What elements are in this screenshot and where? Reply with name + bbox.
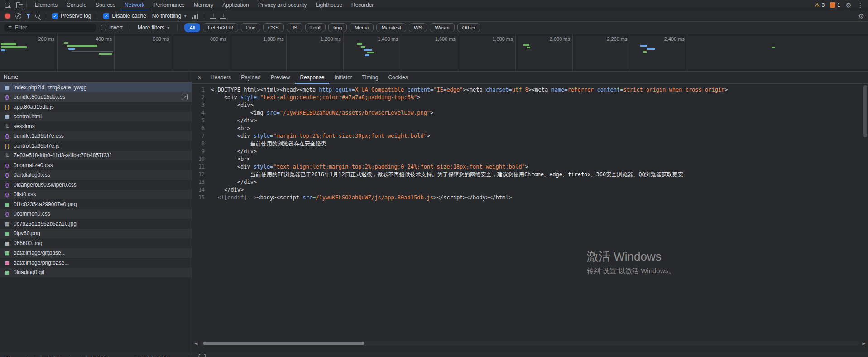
tab-privacy-and-security[interactable]: Privacy and security: [254, 0, 311, 10]
code-text: <div style="text-align:left;margin-top:2…: [211, 163, 528, 171]
more-options-icon[interactable]: ⋮: [857, 2, 863, 8]
request-row[interactable]: ▦0f1c82354a299007e0.png: [0, 199, 192, 209]
filter-chip-manifest[interactable]: Manifest: [376, 23, 406, 32]
filter-chip-js[interactable]: JS: [287, 23, 302, 32]
request-row[interactable]: ▦data:image/png;base...: [0, 258, 192, 268]
name-column-header[interactable]: Name: [0, 72, 192, 82]
request-row[interactable]: {}bundle.80ad15db.css↗: [0, 92, 192, 102]
search-icon[interactable]: [35, 14, 40, 18]
code-line: 8 当前使用的浏览器存在安全隐患: [192, 140, 868, 148]
export-har-icon[interactable]: ↓: [220, 13, 226, 19]
request-row[interactable]: ▤index.php?id=rzrq&cate=ywgg: [0, 82, 192, 92]
warnings-indicator[interactable]: ⚠ 3: [815, 2, 825, 8]
open-in-sources-icon[interactable]: ↗: [182, 94, 188, 100]
record-network-log-button[interactable]: [5, 14, 10, 19]
filter-chip-font[interactable]: Font: [305, 23, 326, 32]
waterfall-bar: [67, 45, 97, 47]
tab-headers[interactable]: Headers: [206, 72, 236, 84]
tab-network[interactable]: Network: [120, 0, 149, 10]
filter-chip-doc[interactable]: Doc: [241, 23, 260, 32]
request-row[interactable]: ▤control.html: [0, 112, 192, 122]
more-filters-button[interactable]: More filters ▾: [136, 24, 171, 32]
device-toolbar-icon[interactable]: [14, 0, 23, 10]
request-row[interactable]: {}0list0.css: [0, 190, 192, 200]
horizontal-scrollbar[interactable]: ◀ ▶: [192, 340, 868, 346]
filter-input[interactable]: [15, 24, 92, 31]
pretty-print-button[interactable]: { }: [192, 352, 207, 357]
network-conditions-icon[interactable]: [192, 14, 198, 19]
tab-elements[interactable]: Elements: [30, 0, 62, 10]
filter-toggle-icon[interactable]: [25, 14, 31, 19]
line-number: 15: [192, 194, 211, 202]
request-row[interactable]: {}0idangerous0.swiper0.css: [0, 180, 192, 190]
code-text: <br>: [211, 155, 250, 163]
img-file-icon: ▦: [4, 250, 10, 256]
line-number: 4: [192, 109, 211, 117]
vertical-scrollbar-thumb[interactable]: [863, 85, 867, 137]
waterfall-bar: [361, 46, 365, 48]
tab-recorder[interactable]: Recorder: [347, 0, 378, 10]
horizontal-scrollbar-track[interactable]: [200, 341, 860, 346]
tab-response[interactable]: Response: [295, 72, 329, 84]
inspect-element-icon[interactable]: [3, 0, 12, 10]
network-settings-gear-icon[interactable]: ⚙: [858, 13, 864, 19]
scroll-right-icon[interactable]: ▶: [861, 341, 867, 346]
request-row[interactable]: {}0normalize0.css: [0, 160, 192, 170]
tab-performance[interactable]: Performance: [149, 0, 189, 10]
import-har-icon[interactable]: ↑: [210, 13, 216, 19]
request-row[interactable]: ⇅7e03e518-fdb0-41d3-a4fc-c70b4857f23f: [0, 151, 192, 161]
disable-cache-toggle[interactable]: ✓ Disable cache: [103, 13, 146, 19]
request-row[interactable]: ▦066600.png: [0, 238, 192, 248]
filter-chip-all[interactable]: All: [184, 23, 200, 32]
tab-sources[interactable]: Sources: [91, 0, 120, 10]
request-row[interactable]: {}0artdialog0.css: [0, 170, 192, 180]
scroll-left-icon[interactable]: ◀: [193, 341, 199, 346]
fetch-file-icon: ⇅: [4, 152, 10, 159]
request-row[interactable]: ( )control.1a95bf7e.js: [0, 141, 192, 151]
request-row[interactable]: ( )app.80ad15db.js: [0, 102, 192, 112]
filter-chip-ws[interactable]: WS: [409, 23, 427, 32]
checkbox-checked-icon[interactable]: ✓: [52, 13, 58, 19]
js-file-icon: ( ): [4, 143, 10, 149]
tab-timing[interactable]: Timing: [357, 72, 384, 84]
tab-application[interactable]: Application: [218, 0, 254, 10]
filter-chip-wasm[interactable]: Wasm: [430, 23, 454, 32]
throttling-select[interactable]: No throttling ▾: [150, 12, 188, 20]
request-row[interactable]: ⇅sessions: [0, 121, 192, 131]
tab-cookies[interactable]: Cookies: [383, 72, 412, 84]
waterfall-bar: [640, 45, 647, 47]
clear-network-log-icon[interactable]: [15, 13, 21, 19]
timeline-overview[interactable]: 200 ms400 ms600 ms800 ms1,000 ms1,200 ms…: [0, 34, 868, 72]
horizontal-scrollbar-thumb[interactable]: [203, 342, 364, 345]
code-text: </div>: [211, 148, 257, 155]
filter-chip-img[interactable]: Img: [328, 23, 347, 32]
filter-chip-css[interactable]: CSS: [263, 23, 284, 32]
request-row[interactable]: {}0common0.css: [0, 209, 192, 219]
filter-chip-media[interactable]: Media: [350, 23, 374, 32]
waterfall-bar: [357, 43, 362, 45]
errors-indicator[interactable]: 1: [830, 2, 840, 8]
request-row[interactable]: ▦data:image/gif;base...: [0, 248, 192, 258]
tab-preview[interactable]: Preview: [266, 72, 295, 84]
request-row[interactable]: ▦0loading0.gif: [0, 268, 192, 278]
tab-initiator[interactable]: Initiator: [329, 72, 357, 84]
tab-payload[interactable]: Payload: [236, 72, 265, 84]
request-row[interactable]: {}bundle.1a95bf7e.css: [0, 131, 192, 141]
settings-gear-icon[interactable]: ⚙: [846, 2, 852, 9]
tab-memory[interactable]: Memory: [189, 0, 218, 10]
vertical-scrollbar[interactable]: [863, 85, 867, 339]
code-text: <![endif]--><body><script src=/1ywuKELSO…: [211, 194, 512, 202]
request-row[interactable]: ▦0c7b25d1b962b6aa10.jpg: [0, 219, 192, 229]
code-line: 7 <div style="margin-top:2%;font-size:30…: [192, 132, 868, 140]
close-icon[interactable]: ×: [194, 72, 206, 84]
line-number: 5: [192, 117, 211, 125]
invert-filter-toggle[interactable]: Invert: [101, 24, 123, 31]
checkbox-unchecked-icon[interactable]: [101, 25, 106, 30]
request-row[interactable]: ▦0ipv60.png: [0, 229, 192, 239]
filter-chip-other[interactable]: Other: [457, 23, 480, 32]
tab-lighthouse[interactable]: Lighthouse: [311, 0, 347, 10]
preserve-log-toggle[interactable]: ✓ Preserve log: [52, 13, 91, 19]
filter-chip-fetch-xhr[interactable]: Fetch/XHR: [203, 23, 238, 32]
tab-console[interactable]: Console: [62, 0, 91, 10]
checkbox-checked-icon[interactable]: ✓: [103, 13, 109, 19]
